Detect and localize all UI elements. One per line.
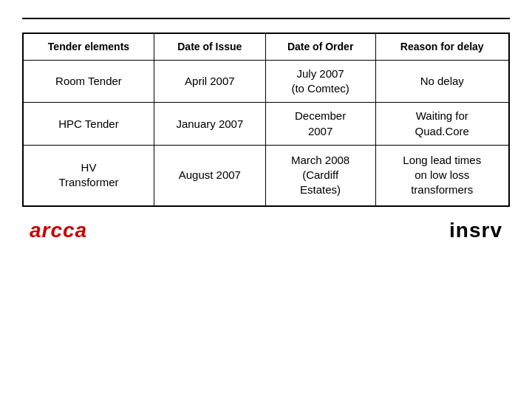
table-cell: March 2008(CardiffEstates) [265, 145, 375, 205]
table-cell: Waiting forQuad.Core [375, 103, 509, 146]
table-row: HPC TenderJanuary 2007December2007Waitin… [23, 103, 509, 146]
footer: arcca insrv [22, 219, 510, 242]
title-underline [22, 18, 510, 19]
title-section [22, 15, 510, 19]
insrv-logo: insrv [449, 219, 502, 242]
col-header-date-of-order: Date of Order [265, 33, 375, 60]
table-cell: April 2007 [154, 60, 265, 103]
table-row: HVTransformerAugust 2007March 2008(Cardi… [23, 145, 509, 205]
table-cell: No delay [375, 60, 509, 103]
col-header-reason: Reason for delay [375, 33, 509, 60]
table-row: Room TenderApril 2007July 2007(to Comtec… [23, 60, 509, 103]
table-cell: January 2007 [154, 103, 265, 146]
table-cell: Room Tender [23, 60, 154, 103]
table-cell: HVTransformer [23, 145, 154, 205]
table-cell: July 2007(to Comtec) [265, 60, 375, 103]
table-header-row: Tender elements Date of Issue Date of Or… [23, 33, 509, 60]
table-cell: December2007 [265, 103, 375, 146]
arcca-logo: arcca [30, 219, 87, 242]
table-cell: Long lead timeson low losstransformers [375, 145, 509, 205]
col-header-tender-elements: Tender elements [23, 33, 154, 60]
col-header-date-of-issue: Date of Issue [154, 33, 265, 60]
timetable: Tender elements Date of Issue Date of Or… [22, 33, 510, 207]
table-cell: HPC Tender [23, 103, 154, 146]
table-cell: August 2007 [154, 145, 265, 205]
